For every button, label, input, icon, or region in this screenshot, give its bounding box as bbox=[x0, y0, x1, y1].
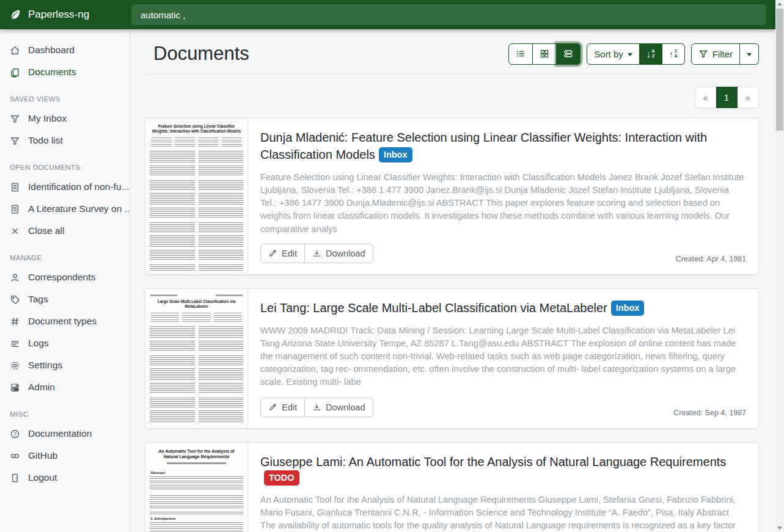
sidebar-item-documentation[interactable]: ? Documentation bbox=[0, 426, 130, 442]
search-input[interactable] bbox=[131, 4, 766, 25]
sidebar-item-label: Documentation bbox=[28, 428, 92, 439]
brand-label: Paperless-ng bbox=[28, 9, 89, 21]
sidebar-item-label: Document types bbox=[28, 316, 97, 327]
sidebar-item-label: Identification of non-fu... bbox=[28, 181, 129, 192]
edit-button[interactable]: Edit bbox=[260, 398, 305, 417]
toggles-icon bbox=[10, 382, 20, 393]
sidebar-item-my-inbox[interactable]: My Inbox bbox=[0, 111, 130, 126]
close-icon bbox=[10, 226, 20, 236]
scrollbar-thumb[interactable] bbox=[776, 9, 783, 131]
document-list: Feature Selection using Linear Classifie… bbox=[145, 118, 759, 532]
sidebar-item-label: Todo list bbox=[28, 135, 63, 146]
details-view-button[interactable] bbox=[557, 43, 581, 65]
sidebar-item-dashboard[interactable]: Dashboard bbox=[0, 42, 130, 58]
document-card: Large Scale Multi-Label Classification v… bbox=[145, 288, 759, 429]
edit-label: Edit bbox=[282, 403, 297, 412]
document-title[interactable]: Dunja Mladenić: Feature Selection using … bbox=[260, 131, 707, 161]
grid-view-icon bbox=[540, 49, 549, 59]
sidebar-item-correspondents[interactable]: Correspondents bbox=[0, 269, 130, 285]
document-card-body: Giuseppe Lami: An Automatic Tool for the… bbox=[248, 443, 758, 532]
details-view-icon bbox=[563, 49, 573, 59]
sidebar-item-label: Correspondents bbox=[28, 272, 95, 283]
funnel-icon bbox=[698, 49, 708, 59]
sidebar-item-document-types[interactable]: Document types bbox=[0, 313, 130, 329]
sort-descending-button[interactable]: ↓AZ bbox=[640, 43, 662, 65]
thumb-text-column bbox=[199, 326, 244, 425]
search-bar bbox=[130, 4, 775, 25]
thumb-text-column bbox=[199, 151, 244, 271]
thumb-text-column bbox=[150, 522, 243, 532]
thumb-text-column bbox=[150, 326, 195, 425]
brand[interactable]: Paperless-ng bbox=[0, 9, 130, 21]
document-card: Feature Selection using Linear Classifie… bbox=[145, 118, 759, 275]
sidebar-item-github[interactable]: GitHub bbox=[0, 448, 130, 464]
download-icon bbox=[312, 249, 321, 258]
download-label: Download bbox=[326, 249, 365, 258]
download-button[interactable]: Download bbox=[305, 398, 373, 417]
sidebar-item-label: Logout bbox=[28, 472, 57, 483]
filter-button[interactable]: Filter bbox=[691, 43, 740, 65]
edit-button[interactable]: Edit bbox=[260, 244, 305, 263]
filter-dropdown-button[interactable] bbox=[740, 43, 759, 65]
created-date: Created: Sep 4, 1987 bbox=[673, 409, 746, 417]
sidebar-item-open-doc-2[interactable]: A Literature Survey on ... bbox=[0, 201, 130, 217]
sidebar-item-label: Logs bbox=[28, 338, 49, 349]
sidebar-item-logs[interactable]: Logs bbox=[0, 335, 130, 351]
vertical-scrollbar[interactable] bbox=[775, 0, 784, 532]
tag-badge-todo[interactable]: TODO bbox=[264, 470, 299, 486]
list-view-button[interactable] bbox=[508, 43, 533, 65]
sidebar-item-documents[interactable]: Documents bbox=[0, 64, 130, 80]
list-view-icon bbox=[516, 49, 526, 59]
download-button[interactable]: Download bbox=[305, 244, 373, 263]
sidebar-item-settings[interactable]: Settings bbox=[0, 357, 130, 373]
sidebar-item-open-doc-1[interactable]: Identification of non-fu... bbox=[0, 179, 130, 195]
tag-badge-inbox[interactable]: Inbox bbox=[611, 301, 645, 316]
filter-label: Filter bbox=[713, 49, 733, 59]
sidebar-item-label: Close all bbox=[28, 225, 64, 236]
sidebar-item-label: Admin bbox=[28, 382, 55, 393]
sidebar-item-admin[interactable]: Admin bbox=[0, 379, 130, 395]
document-thumbnail[interactable]: Feature Selection using Linear Classifie… bbox=[145, 118, 248, 274]
page-title: Documents bbox=[153, 43, 249, 65]
sort-ascending-button[interactable]: ↑ZA bbox=[662, 43, 685, 65]
scroll-down-arrow-icon[interactable] bbox=[775, 524, 784, 532]
sidebar: Dashboard Documents SAVED VIEWS My Inbox… bbox=[0, 29, 130, 532]
sort-by-label: Sort by bbox=[594, 49, 623, 59]
document-excerpt: WWW 2009 MADRID! Track: Data Mining / Se… bbox=[260, 324, 746, 389]
pencil-icon bbox=[268, 249, 277, 258]
home-icon bbox=[10, 45, 20, 56]
document-card-body: Lei Tang: Large Scale Multi-Label Classi… bbox=[248, 289, 758, 428]
sidebar-section-manage: MANAGE bbox=[0, 254, 130, 261]
scroll-up-arrow-icon[interactable] bbox=[775, 0, 784, 8]
leaf-icon bbox=[9, 9, 21, 21]
document-title[interactable]: Lei Tang: Large Scale Multi-Label Classi… bbox=[260, 301, 607, 315]
thumb-title: An Automatic Tool for the Analysis of Na… bbox=[152, 448, 241, 459]
sidebar-item-label: My Inbox bbox=[28, 113, 67, 124]
sidebar-item-label: A Literature Survey on ... bbox=[28, 203, 130, 214]
card-actions: Edit Download bbox=[260, 244, 373, 263]
pagination-next-button[interactable]: » bbox=[738, 87, 759, 108]
sidebar-item-label: Settings bbox=[28, 360, 62, 371]
thumb-text-column bbox=[150, 476, 243, 514]
pagination-prev-button[interactable]: « bbox=[695, 87, 716, 108]
sidebar-item-label: GitHub bbox=[28, 450, 57, 461]
funnel-icon bbox=[10, 136, 20, 146]
tag-badge-inbox[interactable]: Inbox bbox=[379, 147, 412, 162]
sort-by-button[interactable]: Sort by bbox=[587, 43, 640, 65]
document-title[interactable]: Giuseppe Lami: An Automatic Tool for the… bbox=[260, 455, 726, 468]
view-toggle-group bbox=[508, 43, 581, 65]
grid-view-button[interactable] bbox=[533, 43, 557, 65]
sidebar-item-close-all[interactable]: Close all bbox=[0, 223, 130, 239]
document-thumbnail[interactable]: Large Scale Multi-Label Classification v… bbox=[145, 289, 248, 428]
sidebar-item-todo-list[interactable]: Todo list bbox=[0, 133, 130, 148]
sidebar-section-saved-views: SAVED VIEWS bbox=[0, 95, 130, 103]
title-divider bbox=[145, 74, 759, 75]
document-thumbnail[interactable]: An Automatic Tool for the Analysis of Na… bbox=[145, 443, 248, 532]
download-label: Download bbox=[326, 403, 365, 412]
pagination-page-1[interactable]: 1 bbox=[716, 87, 738, 108]
sidebar-item-tags[interactable]: Tags bbox=[0, 291, 130, 307]
sort-down-icon: ↓AZ bbox=[647, 49, 655, 59]
edit-label: Edit bbox=[282, 249, 297, 258]
sidebar-item-logout[interactable]: Logout bbox=[0, 470, 130, 486]
thumb-authors bbox=[167, 462, 226, 464]
